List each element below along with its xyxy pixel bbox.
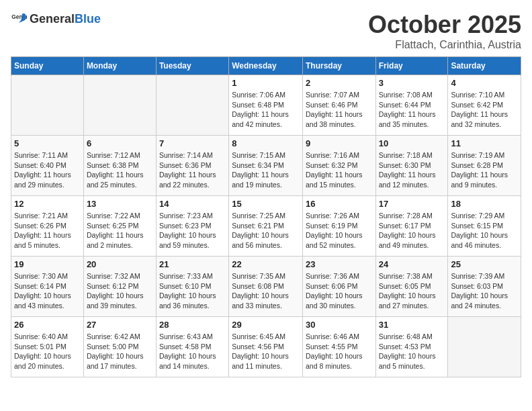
table-row: 14Sunrise: 7:23 AM Sunset: 6:23 PM Dayli… (156, 196, 228, 257)
table-row: 8Sunrise: 7:15 AM Sunset: 6:34 PM Daylig… (229, 136, 303, 196)
day-number: 6 (87, 138, 153, 148)
day-info: Sunrise: 7:19 AM Sunset: 6:28 PM Dayligh… (451, 150, 518, 190)
table-row: 30Sunrise: 6:46 AM Sunset: 4:55 PM Dayli… (302, 317, 375, 377)
day-number: 28 (159, 320, 226, 330)
day-info: Sunrise: 7:39 AM Sunset: 6:03 PM Dayligh… (451, 271, 518, 311)
day-info: Sunrise: 7:30 AM Sunset: 6:14 PM Dayligh… (14, 271, 81, 311)
day-number: 10 (379, 138, 445, 148)
calendar-header-row: Sunday Monday Tuesday Wednesday Thursday… (11, 57, 521, 75)
day-info: Sunrise: 7:10 AM Sunset: 6:42 PM Dayligh… (451, 90, 518, 130)
table-row: 26Sunrise: 6:40 AM Sunset: 5:01 PM Dayli… (11, 317, 84, 377)
day-info: Sunrise: 7:28 AM Sunset: 6:17 PM Dayligh… (379, 211, 445, 250)
table-row: 28Sunrise: 6:43 AM Sunset: 4:58 PM Dayli… (156, 317, 228, 377)
table-row (83, 75, 156, 136)
day-number: 25 (451, 259, 518, 269)
day-info: Sunrise: 6:40 AM Sunset: 5:01 PM Dayligh… (14, 332, 81, 371)
month-title: October 2025 (368, 11, 521, 39)
day-info: Sunrise: 7:32 AM Sunset: 6:12 PM Dayligh… (87, 271, 153, 311)
header-thursday: Thursday (302, 57, 375, 75)
day-info: Sunrise: 7:33 AM Sunset: 6:10 PM Dayligh… (159, 271, 226, 311)
header-sunday: Sunday (11, 57, 84, 75)
header-saturday: Saturday (448, 57, 521, 75)
table-row (156, 75, 228, 136)
day-info: Sunrise: 7:18 AM Sunset: 6:30 PM Dayligh… (379, 150, 445, 190)
day-number: 8 (232, 138, 300, 148)
table-row: 2Sunrise: 7:07 AM Sunset: 6:46 PM Daylig… (302, 75, 375, 136)
day-info: Sunrise: 7:29 AM Sunset: 6:15 PM Dayligh… (451, 211, 518, 250)
table-row (11, 75, 84, 136)
day-number: 23 (306, 259, 373, 269)
day-info: Sunrise: 7:11 AM Sunset: 6:40 PM Dayligh… (14, 150, 81, 190)
day-info: Sunrise: 7:14 AM Sunset: 6:36 PM Dayligh… (159, 150, 226, 190)
day-number: 20 (87, 259, 153, 269)
day-number: 19 (14, 259, 81, 269)
day-number: 18 (451, 199, 518, 209)
day-number: 31 (379, 320, 445, 330)
day-number: 24 (379, 259, 445, 269)
day-number: 27 (87, 320, 153, 330)
day-number: 4 (451, 78, 518, 88)
day-info: Sunrise: 7:36 AM Sunset: 6:06 PM Dayligh… (306, 271, 373, 311)
day-info: Sunrise: 7:15 AM Sunset: 6:34 PM Dayligh… (232, 150, 300, 190)
day-number: 29 (232, 320, 300, 330)
table-row: 13Sunrise: 7:22 AM Sunset: 6:25 PM Dayli… (83, 196, 156, 257)
day-number: 9 (306, 138, 373, 148)
day-number: 30 (306, 320, 373, 330)
day-info: Sunrise: 7:38 AM Sunset: 6:05 PM Dayligh… (379, 271, 445, 311)
header: General GeneralBlue October 2025 Flattac… (11, 11, 521, 51)
calendar-week-row: 19Sunrise: 7:30 AM Sunset: 6:14 PM Dayli… (11, 257, 521, 317)
day-number: 3 (379, 78, 445, 88)
table-row: 15Sunrise: 7:25 AM Sunset: 6:21 PM Dayli… (229, 196, 303, 257)
day-number: 5 (14, 138, 81, 148)
day-info: Sunrise: 6:46 AM Sunset: 4:55 PM Dayligh… (306, 332, 373, 371)
header-wednesday: Wednesday (229, 57, 303, 75)
table-row: 20Sunrise: 7:32 AM Sunset: 6:12 PM Dayli… (83, 257, 156, 317)
table-row (448, 317, 521, 377)
table-row: 3Sunrise: 7:08 AM Sunset: 6:44 PM Daylig… (375, 75, 448, 136)
calendar-table: Sunday Monday Tuesday Wednesday Thursday… (11, 56, 521, 377)
day-number: 1 (232, 78, 300, 88)
logo-icon: General (11, 11, 27, 27)
day-info: Sunrise: 6:43 AM Sunset: 4:58 PM Dayligh… (159, 332, 226, 371)
table-row: 25Sunrise: 7:39 AM Sunset: 6:03 PM Dayli… (448, 257, 521, 317)
logo-general: General (30, 12, 75, 26)
calendar-week-row: 5Sunrise: 7:11 AM Sunset: 6:40 PM Daylig… (11, 136, 521, 196)
table-row: 12Sunrise: 7:21 AM Sunset: 6:26 PM Dayli… (11, 196, 84, 257)
day-info: Sunrise: 7:21 AM Sunset: 6:26 PM Dayligh… (14, 211, 81, 250)
day-info: Sunrise: 7:06 AM Sunset: 6:48 PM Dayligh… (232, 90, 300, 130)
day-number: 16 (306, 199, 373, 209)
logo: General GeneralBlue (11, 11, 101, 27)
day-info: Sunrise: 7:23 AM Sunset: 6:23 PM Dayligh… (159, 211, 226, 250)
day-info: Sunrise: 6:42 AM Sunset: 5:00 PM Dayligh… (87, 332, 153, 371)
day-number: 7 (159, 138, 226, 148)
day-info: Sunrise: 7:08 AM Sunset: 6:44 PM Dayligh… (379, 90, 445, 130)
day-info: Sunrise: 7:12 AM Sunset: 6:38 PM Dayligh… (87, 150, 153, 190)
day-info: Sunrise: 6:45 AM Sunset: 4:56 PM Dayligh… (232, 332, 300, 371)
table-row: 9Sunrise: 7:16 AM Sunset: 6:32 PM Daylig… (302, 136, 375, 196)
day-info: Sunrise: 7:16 AM Sunset: 6:32 PM Dayligh… (306, 150, 373, 190)
day-info: Sunrise: 7:26 AM Sunset: 6:19 PM Dayligh… (306, 211, 373, 250)
table-row: 21Sunrise: 7:33 AM Sunset: 6:10 PM Dayli… (156, 257, 228, 317)
logo-blue: Blue (75, 12, 101, 26)
day-number: 15 (232, 199, 300, 209)
day-info: Sunrise: 7:07 AM Sunset: 6:46 PM Dayligh… (306, 90, 373, 130)
header-monday: Monday (83, 57, 156, 75)
calendar-week-row: 12Sunrise: 7:21 AM Sunset: 6:26 PM Dayli… (11, 196, 521, 257)
table-row: 11Sunrise: 7:19 AM Sunset: 6:28 PM Dayli… (448, 136, 521, 196)
calendar-week-row: 26Sunrise: 6:40 AM Sunset: 5:01 PM Dayli… (11, 317, 521, 377)
header-tuesday: Tuesday (156, 57, 228, 75)
day-number: 21 (159, 259, 226, 269)
day-number: 22 (232, 259, 300, 269)
table-row: 23Sunrise: 7:36 AM Sunset: 6:06 PM Dayli… (302, 257, 375, 317)
day-info: Sunrise: 7:25 AM Sunset: 6:21 PM Dayligh… (232, 211, 300, 250)
table-row: 24Sunrise: 7:38 AM Sunset: 6:05 PM Dayli… (375, 257, 448, 317)
table-row: 1Sunrise: 7:06 AM Sunset: 6:48 PM Daylig… (229, 75, 303, 136)
table-row: 19Sunrise: 7:30 AM Sunset: 6:14 PM Dayli… (11, 257, 84, 317)
day-number: 13 (87, 199, 153, 209)
table-row: 10Sunrise: 7:18 AM Sunset: 6:30 PM Dayli… (375, 136, 448, 196)
table-row: 17Sunrise: 7:28 AM Sunset: 6:17 PM Dayli… (375, 196, 448, 257)
table-row: 7Sunrise: 7:14 AM Sunset: 6:36 PM Daylig… (156, 136, 228, 196)
day-number: 11 (451, 138, 518, 148)
table-row: 5Sunrise: 7:11 AM Sunset: 6:40 PM Daylig… (11, 136, 84, 196)
day-number: 2 (306, 78, 373, 88)
